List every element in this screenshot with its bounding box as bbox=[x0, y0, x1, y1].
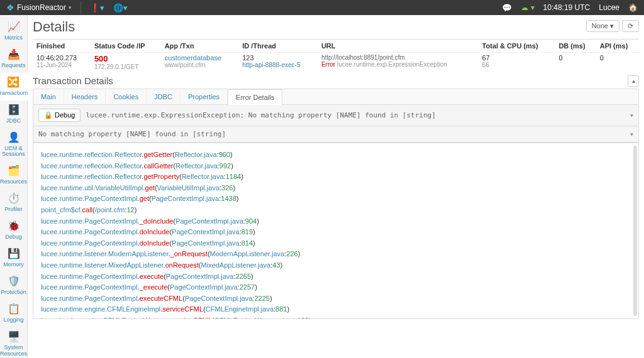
sidebar-icon: 🐞 bbox=[7, 219, 21, 233]
refresh-button[interactable]: ⟳ bbox=[622, 20, 639, 32]
sidebar-label: Logging bbox=[3, 317, 23, 323]
cpu-ms: 66 bbox=[482, 62, 552, 68]
stack-frame: point_cfm$cf.call(/point.cfm:12) bbox=[37, 205, 635, 216]
app-name[interactable]: customerdatabase bbox=[165, 54, 235, 62]
sidebar-label: Protection bbox=[1, 290, 26, 296]
col-status: Status Code /IP bbox=[91, 40, 161, 53]
sidebar-item-transactions[interactable]: 🔀Transactions bbox=[1, 73, 28, 100]
api-ms: 0 bbox=[596, 53, 639, 72]
error-label: Error bbox=[321, 61, 335, 68]
sidebar-icon: 🖥️ bbox=[7, 330, 21, 344]
alert-icon[interactable]: ❗▾ bbox=[90, 3, 104, 13]
request-id: 123 bbox=[242, 54, 314, 62]
sidebar-icon: 📥 bbox=[7, 48, 21, 62]
main-content: None ▾ ⟳ Details Finished Status Code /I… bbox=[28, 15, 644, 358]
summary-row: 10:46:20.27311-Jun-2024 500172.29.0.1/GE… bbox=[33, 53, 639, 72]
sidebar-icon: 🗂️ bbox=[7, 164, 21, 178]
expand-icon-2[interactable]: ▾ bbox=[630, 131, 633, 138]
exception-summary: lucee.runtime.exp.ExpressionException: N… bbox=[86, 111, 435, 119]
sidebar-item-resources[interactable]: 🗂️Resources bbox=[0, 161, 27, 189]
sidebar-label: Debug bbox=[5, 234, 22, 241]
status-ip: 172.29.0.1/GET bbox=[94, 63, 157, 70]
brand-icon: ❖ bbox=[6, 3, 14, 13]
chat-icon[interactable]: 💬 bbox=[502, 3, 512, 13]
stack-frame: lucee.runtime.listener.MixedAppListener.… bbox=[37, 260, 635, 271]
col-total: Total & CPU (ms) bbox=[479, 40, 555, 53]
sidebar-item-memory[interactable]: 💾Memory bbox=[0, 244, 27, 272]
sidebar-icon: 📈 bbox=[7, 20, 21, 34]
tab-cookies[interactable]: Cookies bbox=[106, 89, 147, 104]
user-label[interactable]: Lucee bbox=[599, 3, 619, 12]
stacktrace[interactable]: lucee.runtime.reflection.Reflector.getGe… bbox=[33, 143, 639, 319]
stack-frame: lucee.runtime.PageContextImpl.doInclude(… bbox=[37, 238, 635, 249]
sidebar-item-jdbc[interactable]: 🗄️JDBC bbox=[0, 100, 27, 128]
stack-frame: lucee.runtime.PageContextImpl.execute(Pa… bbox=[37, 271, 635, 283]
col-id: ID /Thread bbox=[238, 40, 318, 53]
sidebar-item-requests[interactable]: 📥Requests bbox=[0, 45, 27, 73]
sidebar-label: System Resources bbox=[0, 345, 27, 357]
tabs: MainHeadersCookiesJDBCPropertiesError De… bbox=[33, 89, 639, 105]
stack-frame: lucee.runtime.PageContextImpl.get(PageCo… bbox=[37, 193, 635, 205]
clock-time: 10:48:19 UTC bbox=[543, 3, 591, 12]
cloud-icon[interactable]: ☁ ▾ bbox=[521, 3, 534, 12]
tab-properties[interactable]: Properties bbox=[180, 89, 228, 104]
finished-date: 11-Jun-2024 bbox=[36, 62, 87, 68]
finished-time: 10:46:20.273 bbox=[36, 54, 87, 62]
sidebar-icon: 📋 bbox=[7, 302, 21, 316]
stack-frame: lucee.runtime.reflection.Reflector.getPr… bbox=[37, 171, 635, 183]
sidebar-item-logging[interactable]: 📋Logging bbox=[0, 300, 27, 327]
col-api: API (ms) bbox=[596, 40, 639, 53]
sidebar-icon: 🗄️ bbox=[7, 103, 21, 117]
exception-message: No matching property [NAME] found in [st… bbox=[38, 130, 226, 138]
sidebar-item-debug[interactable]: 🐞Debug bbox=[0, 217, 27, 244]
sidebar-item-system-resources[interactable]: 🖥️System Resources bbox=[0, 327, 27, 358]
brand[interactable]: ❖ FusionReactor ▾ bbox=[6, 3, 72, 13]
request-url: http://localhost:8891/point.cfm bbox=[321, 54, 475, 61]
total-ms: 67 bbox=[482, 54, 552, 62]
sidebar-item-protection[interactable]: 🛡️Protection bbox=[0, 272, 27, 300]
scrollbar[interactable] bbox=[633, 146, 637, 316]
tab-jdbc[interactable]: JDBC bbox=[147, 89, 180, 104]
sidebar-label: Profiler bbox=[4, 207, 23, 213]
sidebar-icon: 🔀 bbox=[6, 75, 20, 89]
sidebar-label: Metrics bbox=[4, 35, 23, 41]
collapse-toggle[interactable]: ▴ bbox=[628, 75, 639, 87]
error-panel: 🔒 Debug lucee.runtime.exp.ExpressionExce… bbox=[33, 105, 639, 143]
chevron-down-icon: ▾ bbox=[69, 4, 72, 11]
tab-error-details[interactable]: Error Details bbox=[228, 89, 282, 105]
thread-name[interactable]: http-api-8888-exec-5 bbox=[242, 62, 314, 68]
stack-frame: lucee.runtime.listener.ModernAppListener… bbox=[37, 249, 635, 260]
col-db: DB (ms) bbox=[555, 40, 596, 53]
status-code: 500 bbox=[94, 54, 157, 63]
sidebar-label: UEM & Sessions bbox=[0, 146, 27, 158]
sidebar-icon: 💾 bbox=[7, 247, 21, 261]
col-finished: Finished bbox=[33, 40, 91, 53]
sidebar-item-metrics[interactable]: 📈Metrics bbox=[0, 18, 27, 45]
sidebar-label: Requests bbox=[1, 63, 25, 69]
none-dropdown[interactable]: None ▾ bbox=[586, 20, 619, 32]
debug-button[interactable]: 🔒 Debug bbox=[38, 109, 80, 122]
db-ms: 0 bbox=[555, 53, 596, 72]
stack-frame: lucee.runtime.PageContextImpl._doInclude… bbox=[37, 216, 635, 227]
transaction-details-title: Transaction Details bbox=[33, 75, 639, 86]
stack-frame: lucee.runtime.PageContextImpl.doInclude(… bbox=[37, 227, 635, 238]
sidebar-label: Memory bbox=[3, 262, 24, 268]
sidebar-label: Transactions bbox=[0, 90, 29, 97]
stack-frame: lucee.loader.engine.CFMLEngineWrapper.se… bbox=[37, 315, 635, 319]
sidebar-item-uem-sessions[interactable]: 👤UEM & Sessions bbox=[0, 128, 27, 162]
sidebar-item-profiler[interactable]: ⏱️Profiler bbox=[0, 189, 27, 217]
stack-frame: lucee.runtime.engine.CFMLEngineImpl.serv… bbox=[37, 304, 635, 315]
stack-frame: lucee.runtime.reflection.Reflector.getGe… bbox=[37, 149, 635, 161]
tab-main[interactable]: Main bbox=[33, 89, 64, 104]
expand-icon-1[interactable]: ▾ bbox=[630, 112, 633, 119]
tab-headers[interactable]: Headers bbox=[64, 89, 106, 104]
col-url: URL bbox=[318, 40, 479, 53]
sidebar: 📈Metrics📥Requests🔀Transactions🗄️JDBC👤UEM… bbox=[0, 15, 28, 358]
home-icon[interactable]: 🏠 bbox=[628, 3, 638, 12]
sidebar-icon: 🛡️ bbox=[7, 274, 21, 288]
stack-frame: lucee.runtime.reflection.Reflector.callG… bbox=[37, 161, 635, 172]
stack-frame: lucee.runtime.util.VariableUtilImpl.get(… bbox=[37, 183, 635, 194]
globe-icon[interactable]: 🌐▾ bbox=[113, 3, 128, 13]
col-app: App /Txn bbox=[161, 40, 239, 53]
sidebar-icon: ⏱️ bbox=[7, 192, 21, 205]
